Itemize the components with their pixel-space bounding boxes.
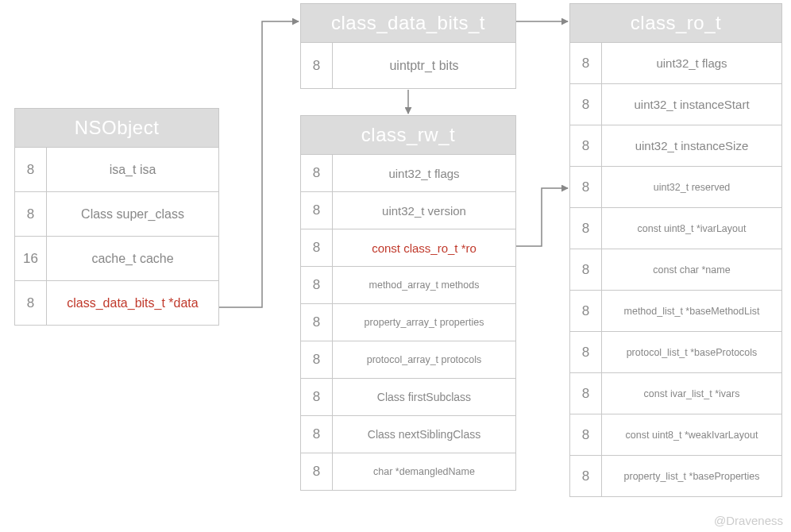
size-cell: 8 bbox=[301, 416, 333, 453]
field-cell: uint32_t version bbox=[333, 192, 515, 229]
size-cell: 8 bbox=[301, 267, 333, 303]
field-cell: method_list_t *baseMethodList bbox=[602, 291, 781, 331]
field-cell: cache_t cache bbox=[47, 237, 218, 280]
field-cell: method_array_t methods bbox=[333, 267, 515, 303]
field-cell: char *demangledName bbox=[333, 453, 515, 490]
table-row: 8 uintptr_t bits bbox=[301, 42, 515, 88]
credit-label: @Draveness bbox=[714, 514, 783, 527]
size-cell: 8 bbox=[570, 84, 602, 125]
class-rw-title: class_rw_t bbox=[301, 116, 515, 154]
size-cell: 8 bbox=[570, 167, 602, 207]
field-cell: const char *name bbox=[602, 249, 781, 290]
field-cell: Class super_class bbox=[47, 192, 218, 236]
size-cell: 8 bbox=[15, 281, 47, 325]
table-row: 8 uint32_t instanceSize bbox=[570, 125, 781, 166]
table-row: 8 class_data_bits_t *data bbox=[15, 280, 218, 325]
size-cell: 8 bbox=[570, 456, 602, 496]
size-cell: 8 bbox=[301, 155, 333, 191]
class-ro-struct: class_ro_t 8 uint32_t flags 8 uint32_t i… bbox=[569, 3, 782, 497]
table-row: 8 property_array_t properties bbox=[301, 303, 515, 341]
field-cell: uint32_t reserved bbox=[602, 167, 781, 207]
table-row: 8 protocol_array_t protocols bbox=[301, 341, 515, 378]
field-cell: uint32_t instanceStart bbox=[602, 84, 781, 125]
class-rw-struct: class_rw_t 8 uint32_t flags 8 uint32_t v… bbox=[300, 115, 516, 491]
field-cell: property_array_t properties bbox=[333, 304, 515, 341]
size-cell: 8 bbox=[570, 125, 602, 166]
size-cell: 8 bbox=[301, 379, 333, 415]
table-row: 8 Class super_class bbox=[15, 191, 218, 236]
size-cell: 16 bbox=[15, 237, 47, 280]
field-cell: property_list_t *baseProperties bbox=[602, 456, 781, 496]
table-row: 8 protocol_list_t *baseProtocols bbox=[570, 331, 781, 372]
field-cell: protocol_array_t protocols bbox=[333, 341, 515, 378]
field-cell: isa_t isa bbox=[47, 148, 218, 191]
table-row: 8 isa_t isa bbox=[15, 147, 218, 191]
table-row: 8 char *demangledName bbox=[301, 453, 515, 490]
table-row: 8 uint32_t version bbox=[301, 191, 515, 229]
size-cell: 8 bbox=[570, 373, 602, 414]
field-cell-ro-pointer: const class_ro_t *ro bbox=[333, 229, 515, 266]
size-cell: 8 bbox=[301, 43, 333, 88]
table-row: 8 Class firstSubclass bbox=[301, 378, 515, 415]
table-row: 8 method_array_t methods bbox=[301, 266, 515, 303]
size-cell: 8 bbox=[570, 332, 602, 372]
table-row: 8 const class_ro_t *ro bbox=[301, 229, 515, 266]
size-cell: 8 bbox=[301, 229, 333, 266]
size-cell: 8 bbox=[570, 249, 602, 290]
class-data-bits-struct: class_data_bits_t 8 uintptr_t bits bbox=[300, 3, 516, 89]
size-cell: 8 bbox=[570, 291, 602, 331]
field-cell: const uint8_t *ivarLayout bbox=[602, 208, 781, 249]
field-cell: uint32_t flags bbox=[333, 155, 515, 191]
table-row: 16 cache_t cache bbox=[15, 236, 218, 280]
field-cell: uintptr_t bits bbox=[333, 43, 515, 88]
field-cell: const ivar_list_t *ivars bbox=[602, 373, 781, 414]
field-cell: protocol_list_t *baseProtocols bbox=[602, 332, 781, 372]
table-row: 8 const char *name bbox=[570, 249, 781, 290]
class-data-bits-title: class_data_bits_t bbox=[301, 4, 515, 42]
field-cell: Class nextSiblingClass bbox=[333, 416, 515, 453]
table-row: 8 method_list_t *baseMethodList bbox=[570, 290, 781, 331]
size-cell: 8 bbox=[301, 341, 333, 378]
size-cell: 8 bbox=[15, 192, 47, 236]
field-cell-data-pointer: class_data_bits_t *data bbox=[47, 281, 218, 325]
field-cell: uint32_t instanceSize bbox=[602, 125, 781, 166]
nsobject-title: NSObject bbox=[15, 109, 218, 147]
table-row: 8 const uint8_t *ivarLayout bbox=[570, 207, 781, 249]
table-row: 8 const ivar_list_t *ivars bbox=[570, 372, 781, 414]
field-cell: Class firstSubclass bbox=[333, 379, 515, 415]
class-ro-title: class_ro_t bbox=[570, 4, 781, 42]
table-row: 8 const uint8_t *weakIvarLayout bbox=[570, 414, 781, 455]
table-row: 8 uint32_t flags bbox=[301, 154, 515, 191]
table-row: 8 uint32_t instanceStart bbox=[570, 83, 781, 125]
table-row: 8 Class nextSiblingClass bbox=[301, 415, 515, 453]
nsobject-struct: NSObject 8 isa_t isa 8 Class super_class… bbox=[14, 108, 219, 326]
table-row: 8 uint32_t reserved bbox=[570, 166, 781, 207]
table-row: 8 uint32_t flags bbox=[570, 42, 781, 83]
size-cell: 8 bbox=[15, 148, 47, 191]
field-cell: uint32_t flags bbox=[602, 43, 781, 83]
size-cell: 8 bbox=[301, 453, 333, 490]
size-cell: 8 bbox=[570, 43, 602, 83]
field-cell: const uint8_t *weakIvarLayout bbox=[602, 414, 781, 455]
size-cell: 8 bbox=[570, 414, 602, 455]
table-row: 8 property_list_t *baseProperties bbox=[570, 455, 781, 496]
size-cell: 8 bbox=[301, 192, 333, 229]
size-cell: 8 bbox=[301, 304, 333, 341]
size-cell: 8 bbox=[570, 208, 602, 249]
